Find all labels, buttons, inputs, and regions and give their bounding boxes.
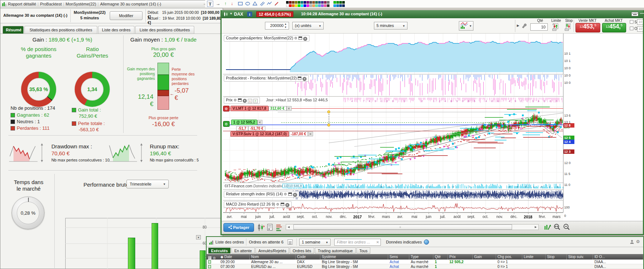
performance-chart[interactable] xyxy=(55,200,222,269)
rectangle-tool-icon[interactable] xyxy=(237,1,243,7)
ellipse-tool-icon[interactable] xyxy=(245,1,251,7)
wrench-icon[interactable]: ⚙ xyxy=(276,202,280,206)
column-header-nom[interactable]: Nom xyxy=(250,254,296,260)
color-swatch[interactable] xyxy=(298,4,300,7)
perf-period-select[interactable]: Trimestrielle ▼ xyxy=(126,180,169,188)
scroll-left-arrow[interactable]: ◀ xyxy=(286,225,291,229)
color-swatch[interactable] xyxy=(295,4,297,7)
units-select[interactable]: (x) unités ▼ xyxy=(292,22,324,30)
position-gear-icon[interactable]: ⚙ xyxy=(223,121,230,127)
window-icon[interactable] xyxy=(298,36,302,40)
color-swatch[interactable] xyxy=(339,1,342,4)
column-header-date[interactable]: ◆ Date xyxy=(219,254,250,260)
sell-arrow-icon[interactable]: ↓ xyxy=(248,99,252,103)
orders-tab-4[interactable]: Ordres liés xyxy=(290,247,314,254)
price-panel-label[interactable]: Prix ⚙ ✕ ↓ ↑ xyxy=(224,97,260,104)
orders-table-header[interactable]: ⚙◆ DateNomCodeSystèmeSensTypeQtéPrixGain… xyxy=(207,254,643,260)
wrench-icon[interactable]: ⚙ xyxy=(284,192,287,196)
column-header-id-o-[interactable]: ID O... xyxy=(593,254,643,260)
close-icon[interactable]: ✕ xyxy=(257,120,262,125)
column-header-stop[interactable]: Stop xyxy=(546,254,567,260)
window-icon[interactable] xyxy=(281,203,284,206)
report-tab-4[interactable]: Liste des positions clôturées xyxy=(135,26,194,34)
color-swatch[interactable] xyxy=(318,1,321,4)
report-titlebar[interactable]: Rapport détaillé|ProBacktest|MonSystème(… xyxy=(0,0,223,8)
color-swatch[interactable] xyxy=(321,4,324,7)
stop-order-icon[interactable] xyxy=(564,23,571,32)
report-tab-1[interactable]: Résumé xyxy=(3,26,24,34)
equity-panel-label[interactable]: Courbe gains&pertes: MonSystème(22) ⚙ ✕ xyxy=(224,35,309,42)
color-swatch[interactable] xyxy=(304,4,306,7)
wrench-icon[interactable] xyxy=(521,22,527,30)
limit-order-chip[interactable]: V:LMT 1 @ 12 817,8312,60 €✕ xyxy=(230,106,292,111)
color-swatch[interactable] xyxy=(289,4,292,7)
info-icon[interactable]: i xyxy=(247,12,252,17)
window-icon[interactable] xyxy=(238,98,242,102)
column-header-qt-[interactable]: Qté xyxy=(433,254,448,260)
orders-tab-2[interactable]: En attente xyxy=(231,247,255,254)
orders-tab-3[interactable]: Annulés/Rejetés xyxy=(255,247,289,254)
clear-filter-icon[interactable]: ✕ xyxy=(376,240,379,244)
color-swatch[interactable] xyxy=(301,1,303,4)
depth-icon[interactable] xyxy=(276,223,283,233)
table-row[interactable]: 09:20:00Allemagne 30 au ...DAXBig Line S… xyxy=(207,260,643,264)
color-swatch[interactable] xyxy=(309,1,312,4)
window-icon[interactable] xyxy=(298,77,301,80)
sell-order-gear-icon[interactable]: ⚙ xyxy=(223,106,230,112)
close-icon[interactable]: ✕ xyxy=(303,37,307,41)
collapse-arrow-icon[interactable]: ▶ xyxy=(517,24,519,27)
macd-panel-label[interactable]: MACD Zéro Retard (12 26 9) ⚙ ✕ xyxy=(224,201,292,208)
share-button[interactable]: Partager xyxy=(223,223,254,232)
period-select[interactable]: 1 semaine ▼ xyxy=(299,239,331,246)
color-swatch[interactable] xyxy=(307,1,309,4)
pencil-tool-icon[interactable] xyxy=(274,1,280,7)
user-icon[interactable] xyxy=(629,239,635,246)
color-swatch[interactable] xyxy=(292,4,294,7)
up-arrow-icon[interactable]: ↑ xyxy=(222,1,229,7)
qty-input[interactable]: 10 xyxy=(530,23,548,31)
color-swatch[interactable] xyxy=(339,4,342,7)
column-header-code[interactable]: Code xyxy=(296,254,320,260)
color-swatch[interactable] xyxy=(295,1,297,4)
color-swatch[interactable] xyxy=(318,4,321,7)
color-swatch[interactable] xyxy=(309,4,312,7)
color-swatch[interactable] xyxy=(321,1,324,4)
position-chip[interactable]: 1 @ 12 505,2✕ xyxy=(231,120,262,125)
zigzag-tool-icon[interactable] xyxy=(266,1,273,7)
color-swatch[interactable] xyxy=(292,1,294,4)
limite-order-icon[interactable] xyxy=(552,23,559,32)
zoom-out-icon[interactable] xyxy=(563,223,571,233)
color-swatch[interactable] xyxy=(327,1,329,4)
o-input[interactable]: 10 xyxy=(637,26,643,32)
close-icon[interactable]: ✕ xyxy=(286,106,292,111)
news-icon[interactable] xyxy=(267,223,273,233)
report-titlebar-tab[interactable]: Allemagne 30 au comptant (1€) (-) xyxy=(100,2,161,6)
orders-tab-5[interactable]: Trading automatique xyxy=(315,247,356,254)
trailing-stop-chip[interactable]: V:STP.Suiv 1 @ 12 318,2 (187,0)-187,00 €… xyxy=(230,131,313,137)
down-arrow-icon[interactable]: ↓ xyxy=(229,1,235,7)
channel-tool-icon[interactable] xyxy=(259,1,265,7)
color-swatch[interactable] xyxy=(333,1,336,4)
close-icon[interactable]: ✕ xyxy=(285,203,289,207)
horizontal-scrollbar[interactable]: ◀ ≡ ▶ xyxy=(286,224,539,230)
pending-orders-button[interactable]: Ordres en attente 6 xyxy=(249,240,284,244)
time-axis[interactable]: avr.maijuinjuil.aoûtsept.oct.nov.déc.201… xyxy=(223,213,563,221)
color-swatch[interactable] xyxy=(304,1,306,4)
wrench-icon[interactable]: ⚙ xyxy=(234,98,237,102)
timeframe-select[interactable]: 5 minutes ▼ xyxy=(374,22,407,30)
candle-settings-icon[interactable] xyxy=(257,223,265,233)
color-swatch[interactable] xyxy=(286,4,289,7)
annotate-chart-icon[interactable] xyxy=(544,223,551,233)
report-tab-3[interactable]: Liste des ordres xyxy=(98,26,134,34)
zoom-fit-icon[interactable] xyxy=(553,223,561,233)
scroll-down-button[interactable]: ▼ xyxy=(196,235,201,239)
quantity-spinner[interactable]: ▲▼ xyxy=(284,22,287,29)
color-swatch[interactable] xyxy=(336,1,339,4)
color-swatch[interactable] xyxy=(301,4,303,7)
close-icon[interactable]: ✕ xyxy=(243,99,247,103)
report-titlebar-tab[interactable]: ProBacktest xyxy=(40,2,62,6)
column-header-syst-me[interactable]: Système xyxy=(320,254,388,260)
close-icon[interactable]: ✕ xyxy=(308,132,313,136)
wrench-icon[interactable]: ⚙ xyxy=(294,36,297,40)
report-tab-2[interactable]: Statistiques des positions clôturées xyxy=(24,26,97,34)
